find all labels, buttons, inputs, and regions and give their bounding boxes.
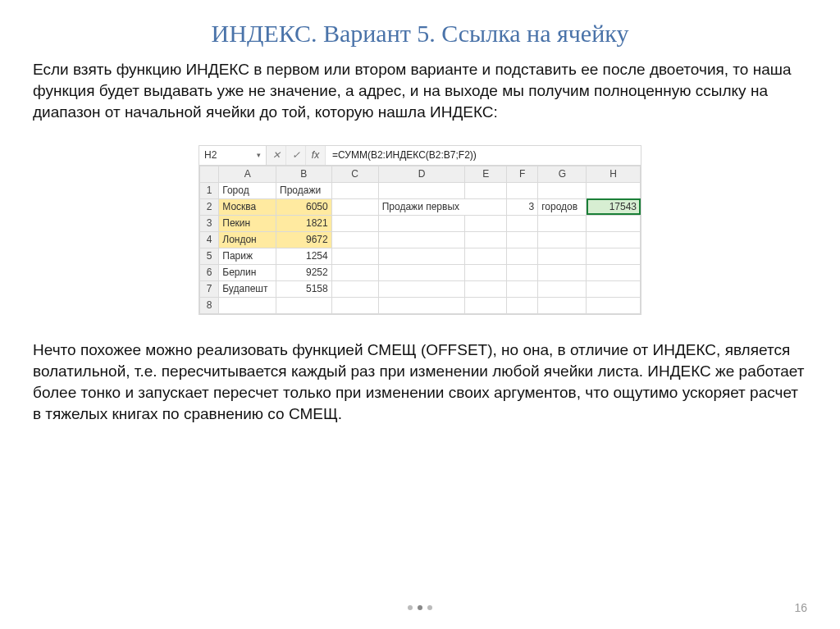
cell[interactable] [378,215,465,231]
cell[interactable]: Продажи первых [378,198,506,215]
cell[interactable] [465,182,507,198]
col-header-D[interactable]: D [378,166,465,182]
cell[interactable] [465,264,507,280]
table-row[interactable]: 4 Лондон 9672 [200,231,641,248]
row-header[interactable]: 5 [200,248,219,264]
cell[interactable] [538,280,587,297]
cell[interactable] [507,297,538,313]
cell[interactable] [219,297,276,313]
col-header-F[interactable]: F [507,166,538,182]
cell[interactable] [507,264,538,280]
cell[interactable] [378,264,465,280]
row-header[interactable]: 1 [200,182,219,198]
cell[interactable]: Пекин [219,215,276,231]
col-header-G[interactable]: G [538,166,587,182]
cell[interactable]: 9252 [276,264,332,280]
row-header[interactable]: 4 [200,231,219,248]
cell[interactable]: Будапешт [219,280,276,297]
col-header-E[interactable]: E [465,166,507,182]
cell[interactable] [587,280,641,297]
cell[interactable] [276,297,332,313]
cell[interactable] [378,297,465,313]
cell[interactable] [587,215,641,231]
cell[interactable] [465,215,507,231]
dropdown-icon[interactable]: ▾ [257,151,261,159]
cell[interactable]: 9672 [276,231,332,248]
table-row[interactable]: 3 Пекин 1821 [200,215,641,231]
cell[interactable] [378,248,465,264]
cell[interactable] [465,248,507,264]
cell[interactable] [507,182,538,198]
cell[interactable]: 5158 [276,280,332,297]
slide-title: ИНДЕКС. Вариант 5. Ссылка на ячейку [33,20,807,48]
formula-bar[interactable]: =СУММ(B2:ИНДЕКС(B2:B7;F2)) [326,146,641,165]
cell[interactable] [331,280,378,297]
cell[interactable] [507,215,538,231]
table-row[interactable]: 1 Город Продажи [200,182,641,198]
cell[interactable] [378,280,465,297]
cell[interactable] [378,182,465,198]
row-header[interactable]: 8 [200,297,219,313]
intro-paragraph: Если взять функцию ИНДЕКС в первом или в… [33,59,807,124]
col-header-A[interactable]: A [219,166,276,182]
confirm-formula-button[interactable]: ✓ [286,146,306,165]
cell[interactable] [465,280,507,297]
row-header[interactable]: 6 [200,264,219,280]
cell[interactable] [331,215,378,231]
cell[interactable] [465,297,507,313]
cell[interactable] [538,182,587,198]
cell[interactable]: Продажи [276,182,332,198]
cell[interactable]: Париж [219,248,276,264]
cell[interactable]: 1254 [276,248,332,264]
cell[interactable] [587,297,641,313]
cell[interactable] [587,182,641,198]
cell[interactable] [507,231,538,248]
col-header-B[interactable]: B [276,166,332,182]
cell[interactable] [331,182,378,198]
excel-screenshot: H2 ▾ ✕ ✓ fx =СУММ(B2:ИНДЕКС(B2:B7;F2)) [199,145,641,315]
cell[interactable] [331,248,378,264]
cell[interactable] [507,280,538,297]
table-row[interactable]: 6 Берлин 9252 [200,264,641,280]
cell[interactable]: 6050 [276,198,332,215]
cell[interactable] [378,231,465,248]
cell[interactable] [587,231,641,248]
cell[interactable]: Берлин [219,264,276,280]
fx-icon[interactable]: fx [306,146,326,165]
cell[interactable] [331,198,378,215]
cell[interactable] [587,264,641,280]
dot-icon [408,605,413,610]
cell-selected[interactable]: 17543 [587,198,641,215]
cell[interactable] [538,215,587,231]
table-row[interactable]: 2 Москва 6050 Продажи первых 3 городов 1… [200,198,641,215]
cell[interactable]: Москва [219,198,276,215]
cell[interactable]: Город [219,182,276,198]
cell[interactable] [465,231,507,248]
cell[interactable]: 1821 [276,215,332,231]
name-box[interactable]: H2 ▾ [199,146,267,165]
cell[interactable] [587,248,641,264]
cell[interactable] [538,297,587,313]
cell[interactable] [538,231,587,248]
cell[interactable] [507,248,538,264]
cell[interactable] [538,264,587,280]
table-row[interactable]: 7 Будапешт 5158 [200,280,641,297]
cancel-formula-button[interactable]: ✕ [267,146,286,165]
cell[interactable] [331,264,378,280]
row-header[interactable]: 7 [200,280,219,297]
select-all-corner[interactable] [200,166,219,182]
table-row[interactable]: 8 [200,297,641,313]
cell[interactable] [331,231,378,248]
table-row[interactable]: 5 Париж 1254 [200,248,641,264]
spreadsheet-grid[interactable]: A B C D E F G H 1 Город Продажи [199,166,641,314]
col-header-H[interactable]: H [587,166,641,182]
cell[interactable]: Лондон [219,231,276,248]
row-header[interactable]: 3 [200,215,219,231]
cell[interactable]: 3 [507,198,538,215]
col-header-C[interactable]: C [331,166,378,182]
cell[interactable] [538,248,587,264]
row-header[interactable]: 2 [200,198,219,215]
cell[interactable] [331,297,378,313]
page-number: 16 [794,601,807,614]
cell[interactable]: городов [538,198,587,215]
